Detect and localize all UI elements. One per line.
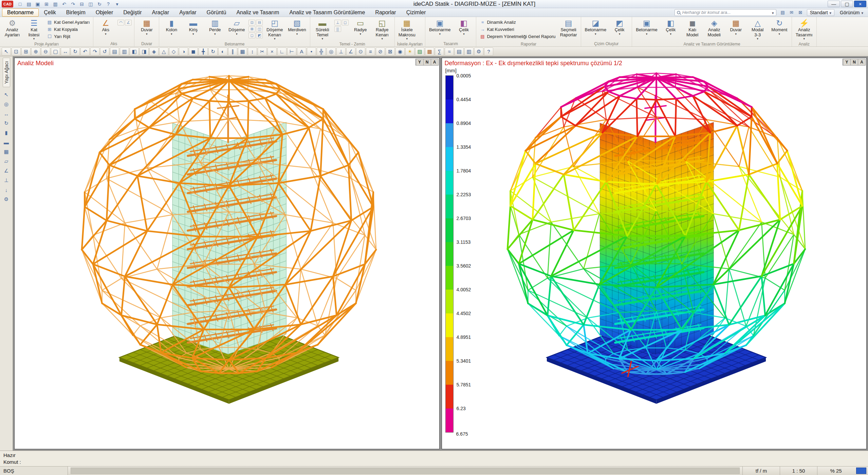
hidden-line-mode-icon[interactable]: ◑ xyxy=(179,48,188,56)
render-icon[interactable]: ▩ xyxy=(425,48,434,56)
cizim-celik-button[interactable]: ◩ Çelik ▾ xyxy=(609,18,630,41)
scale-indicator[interactable]: 1 : 50 xyxy=(780,467,817,475)
print-view-icon[interactable]: ▥ xyxy=(464,48,474,56)
zoom-indicator[interactable]: % 25 xyxy=(817,467,854,475)
layout-icon[interactable]: ⊠ xyxy=(797,9,804,16)
save-all-icon[interactable]: ⊞ xyxy=(42,1,51,7)
perspective-view-icon[interactable]: △ xyxy=(159,48,168,56)
settings-icon[interactable]: ⚙ xyxy=(2,195,11,204)
previous-view-icon[interactable]: ↶ xyxy=(80,48,90,56)
analiz-ayarlari-button[interactable]: ⚙ Analiz Ayarları xyxy=(2,18,23,41)
selection-window-icon[interactable]: ⊡ xyxy=(12,48,21,56)
standart-dropdown[interactable]: Standart xyxy=(807,9,834,16)
menu-tab[interactable]: Çelik xyxy=(39,8,61,17)
iskele-makrosu-button[interactable]: ▦ İskele Makrosu ▾ xyxy=(396,18,418,41)
maximize-button[interactable]: ▢ xyxy=(841,1,853,7)
measure-icon[interactable]: ∟ xyxy=(277,48,287,56)
doseme-kenari-button[interactable]: ◰ Döşeme Kenarı ▾ xyxy=(264,18,285,41)
menu-tab[interactable]: Görüntü xyxy=(202,8,232,17)
analysis-model-canvas[interactable] xyxy=(15,58,439,449)
zoom-out-icon[interactable]: ⊖ xyxy=(41,48,50,56)
menu-tab[interactable]: Değiştir xyxy=(118,8,147,17)
merdiven-button[interactable]: ▧ Merdiven ▾ xyxy=(286,18,308,41)
sun-icon[interactable]: ☀ xyxy=(405,48,414,56)
kat-kuvvetleri-button[interactable]: → Kat Kuvvetleri xyxy=(478,26,557,33)
viewport-y-button[interactable]: Y xyxy=(843,59,850,65)
statistics-icon[interactable]: ∑ xyxy=(435,48,444,56)
mail-icon[interactable]: ✉ xyxy=(788,9,795,16)
axis-icon[interactable]: ∠ xyxy=(2,167,11,175)
shaded-mode-icon[interactable]: ◼ xyxy=(189,48,198,56)
goruntule-duvar-button[interactable]: ▦ Duvar ▾ xyxy=(725,18,746,41)
slab-opening-icon[interactable]: ⊡ xyxy=(248,20,255,25)
slab-divide-icon[interactable]: ⊞ xyxy=(248,26,255,32)
save-icon[interactable]: ▣ xyxy=(34,1,42,7)
report-icon[interactable]: ▤ xyxy=(455,48,464,56)
pan-icon[interactable]: ↔ xyxy=(61,48,70,56)
polar-icon[interactable]: ∠ xyxy=(346,48,355,56)
refresh-icon[interactable]: ↻ xyxy=(95,1,104,7)
modal-button[interactable]: △ Modal 3-3 ▾ xyxy=(747,18,768,41)
secmeli-raporlar-button[interactable]: ▤ Seçmeli Raporlar xyxy=(558,18,579,41)
copy-icon[interactable]: ⊟ xyxy=(78,1,86,7)
tasarim-betonarme-button[interactable]: ▣ Betonarme ▾ xyxy=(427,18,453,41)
new-file-icon[interactable]: □ xyxy=(16,1,24,7)
offset-icon[interactable]: ∥ xyxy=(228,48,237,56)
tasarim-celik-button[interactable]: ◧ Çelik ▾ xyxy=(453,18,474,41)
axonometric-view-icon[interactable]: ◈ xyxy=(149,48,159,56)
single-footing-icon[interactable]: ◻ xyxy=(342,20,349,25)
viewport-analysis-model[interactable]: Analiz Modeli Y N A xyxy=(14,58,440,449)
menu-tab[interactable]: Analiz ve Tasarım Görüntüleme xyxy=(284,8,370,17)
redo-icon[interactable]: ↷ xyxy=(69,1,77,7)
kolon-button[interactable]: ▮ Kolon ▾ xyxy=(161,18,182,41)
rotate-icon[interactable]: ↻ xyxy=(208,48,218,56)
top-view-icon[interactable]: ▤ xyxy=(110,48,119,56)
mirror-icon[interactable]: ◐ xyxy=(218,48,227,56)
angle-axis-icon[interactable]: ∠ xyxy=(125,20,132,25)
goruntule-celik-button[interactable]: ◧ Çelik ▾ xyxy=(660,18,681,41)
print-icon[interactable]: ▥ xyxy=(51,1,59,7)
close-button[interactable]: × xyxy=(854,1,866,7)
camera-icon[interactable]: ◉ xyxy=(395,48,405,56)
menu-tab[interactable]: Araçlar xyxy=(147,8,174,17)
app-logo[interactable]: CAD xyxy=(2,1,13,7)
zoom-window-icon[interactable]: ⊞ xyxy=(21,48,31,56)
wall-icon[interactable]: ▦ xyxy=(2,148,11,156)
aks-button[interactable]: ∠ Aks ▾ xyxy=(95,18,116,41)
column-icon[interactable]: ▮ xyxy=(2,129,11,137)
yapi-agaci-tab[interactable]: Yapı Ağacı xyxy=(3,58,10,87)
stretch-icon[interactable]: ↕ xyxy=(248,48,257,56)
minimize-button[interactable]: — xyxy=(828,1,840,7)
viewport-y-button[interactable]: Y xyxy=(416,59,423,65)
menu-tab[interactable]: Ayarlar xyxy=(174,8,201,17)
analiz-modeli-button[interactable]: ◈ Analiz Modeli xyxy=(704,18,725,41)
zoom-extents-icon[interactable]: ▢ xyxy=(51,48,60,56)
redraw-icon[interactable]: ↺ xyxy=(100,48,109,56)
left-view-icon[interactable]: ◧ xyxy=(130,48,139,56)
object-snap-icon[interactable]: ⊙ xyxy=(356,48,365,56)
materials-icon[interactable]: ▨ xyxy=(415,48,424,56)
select-icon[interactable]: ↖ xyxy=(2,48,11,56)
orbit-icon[interactable]: ↻ xyxy=(2,119,11,128)
radye-kenari-button[interactable]: ◱ Radye Kenarı ▾ xyxy=(372,18,393,41)
slab-icon[interactable]: ▱ xyxy=(2,157,11,166)
doseme-button[interactable]: ▱ Döşeme ▾ xyxy=(226,18,247,41)
kat-genel-ayarlari-button[interactable]: ▤ Kat Genel Ayarları xyxy=(45,19,91,25)
next-view-icon[interactable]: ↷ xyxy=(90,48,99,56)
menu-tab[interactable]: Raporlar xyxy=(370,8,401,17)
viewport-deformation[interactable]: Deformasyon : Ex - Ek dışmerkezlikli tep… xyxy=(442,58,867,449)
command-search[interactable]: Herhangi bir komut ara... xyxy=(675,9,776,16)
slab-edit-icon[interactable]: ◩ xyxy=(256,33,263,38)
menu-tab[interactable]: Objeler xyxy=(91,8,118,17)
goruntule-betonarme-button[interactable]: ▣ Betonarme ▾ xyxy=(634,18,660,41)
dinamik-analiz-button[interactable]: ≈ Dinamik Analiz xyxy=(478,19,557,25)
soil-icon[interactable]: ▒ xyxy=(334,26,341,32)
right-view-icon[interactable]: ◨ xyxy=(140,48,149,56)
grid-icon[interactable]: ╬ xyxy=(317,48,326,56)
gorunum-dropdown[interactable]: Görünüm xyxy=(837,9,866,16)
support-icon[interactable]: ⊥ xyxy=(2,176,11,185)
snap-icon[interactable]: ◎ xyxy=(327,48,336,56)
array-icon[interactable]: ▦ xyxy=(238,48,247,56)
zoom-region-icon[interactable]: ◎ xyxy=(2,100,11,109)
text-icon[interactable]: A xyxy=(297,48,306,56)
